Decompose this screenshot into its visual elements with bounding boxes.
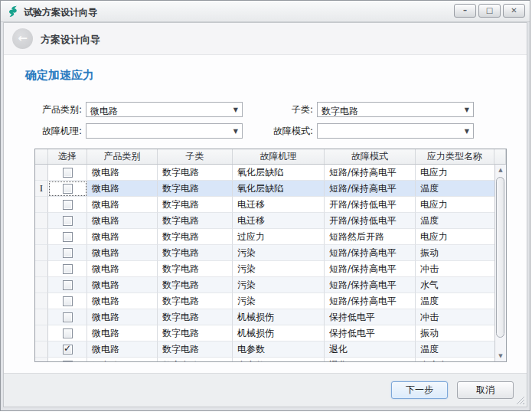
table-row[interactable]: 微电路数字电路电参数退化电应力 <box>35 358 494 362</box>
column-header-select[interactable]: 选择 <box>48 149 87 164</box>
table-cell: 微电路 <box>87 197 158 213</box>
select-cell <box>48 358 87 362</box>
select-cell: ✓ <box>48 341 87 358</box>
table-cell: 数字电路 <box>158 261 233 277</box>
column-header-failure-mode[interactable]: 故障模式 <box>325 149 416 164</box>
screen: 试验方案设计向导 – □ ✕ ← 方案设计向导 确定加速应力 产品类别: 微电路… <box>0 0 532 415</box>
table-row[interactable]: 微电路数字电路机械损伤保持低电平冲击 <box>35 309 494 325</box>
stress-table: 选择 产品类别 子类 故障机理 故障模式 应力类型名称 微电路数字电路氧化层缺陷… <box>34 149 507 362</box>
maximize-button[interactable]: □ <box>478 4 501 18</box>
next-button[interactable]: 下一步 <box>391 381 448 399</box>
table-cell: 氧化层缺陷 <box>233 165 325 181</box>
row-checkbox[interactable] <box>63 312 73 322</box>
table-row[interactable]: 微电路数字电路氧化层缺陷短路/保持高电平电应力 <box>35 165 494 181</box>
select-cell <box>48 229 87 245</box>
table-row[interactable]: 微电路数字电路机械损伤保持低电平振动 <box>35 325 494 341</box>
table-cell: 电迁移 <box>233 213 325 229</box>
table-row[interactable]: 微电路数字电路电迁移开路/保持低电平电应力 <box>35 197 494 213</box>
table-row[interactable]: 微电路数字电路污染短路/保持高电平水气 <box>35 277 494 293</box>
scroll-up-icon[interactable]: ▲ <box>495 165 506 175</box>
row-checkbox[interactable] <box>63 168 73 178</box>
column-header-failure-mechanism[interactable]: 故障机理 <box>233 149 325 164</box>
column-header-product-category[interactable]: 产品类别 <box>87 149 158 164</box>
row-indicator-cell <box>35 293 48 309</box>
row-checkbox-checked[interactable]: ✓ <box>63 345 73 355</box>
table-cell: 温度 <box>416 293 494 309</box>
row-checkbox[interactable] <box>63 361 73 363</box>
table-cell: 数字电路 <box>158 277 233 293</box>
close-button[interactable]: ✕ <box>503 4 525 18</box>
table-row[interactable]: I微电路数字电路氧化层缺陷短路/保持高电平温度 <box>35 181 494 197</box>
table-row[interactable]: 微电路数字电路污染短路/保持高电平冲击 <box>35 261 494 277</box>
table-cell: 保持低电平 <box>325 309 416 325</box>
window-controls: – □ ✕ <box>454 4 525 18</box>
table-cell: 微电路 <box>87 261 158 277</box>
table-body: 微电路数字电路氧化层缺陷短路/保持高电平电应力I微电路数字电路氧化层缺陷短路/保… <box>35 165 494 362</box>
failure-mechanism-select[interactable]: ▼ <box>86 123 243 139</box>
app-logo-icon <box>7 5 19 18</box>
table-cell: 过应力 <box>233 229 325 245</box>
table-row[interactable]: 微电路数字电路污染短路/保持高电平温度 <box>35 293 494 309</box>
cancel-button[interactable]: 取消 <box>457 381 514 399</box>
product-category-select[interactable]: 微电路 ▼ <box>86 102 243 117</box>
resize-grip[interactable] <box>515 395 524 404</box>
row-checkbox[interactable] <box>63 216 73 226</box>
table-cell: 数字电路 <box>158 341 233 358</box>
select-cell <box>48 197 87 213</box>
table-cell: 开路/保持低电平 <box>325 213 416 229</box>
table-row[interactable]: 微电路数字电路电迁移开路/保持低电平温度 <box>35 213 494 229</box>
table-cell: 温度 <box>416 213 494 229</box>
window-title: 试验方案设计向导 <box>24 6 97 19</box>
row-checkbox[interactable] <box>63 248 73 258</box>
table-cell: 温度 <box>416 341 494 358</box>
table-cell: 数字电路 <box>158 325 233 341</box>
scrollbar-thumb[interactable] <box>496 177 504 338</box>
row-indicator-cell <box>35 261 48 277</box>
row-checkbox[interactable] <box>63 264 73 274</box>
titlebar: 试验方案设计向导 – □ ✕ <box>1 1 530 22</box>
row-checkbox[interactable] <box>63 184 73 194</box>
chevron-down-icon: ▼ <box>465 107 469 113</box>
minimize-button[interactable]: – <box>454 4 476 18</box>
row-checkbox[interactable] <box>63 328 73 338</box>
row-checkbox[interactable] <box>63 232 73 242</box>
failure-mode-select[interactable]: ▼ <box>317 123 474 139</box>
table-cell: 数字电路 <box>158 229 233 245</box>
column-header-stress-type[interactable]: 应力类型名称 <box>416 149 494 164</box>
table-cell: 短路/保持高电平 <box>325 277 416 293</box>
table-row[interactable]: 微电路数字电路污染短路/保持高电平振动 <box>35 245 494 261</box>
table-cell: 温度 <box>416 181 494 197</box>
table-row[interactable]: 微电路数字电路过应力短路然后开路电应力 <box>35 229 494 245</box>
product-category-value: 微电路 <box>90 105 118 118</box>
row-checkbox[interactable] <box>63 296 73 306</box>
table-cell: 短路/保持高电平 <box>325 245 416 261</box>
row-indicator-cell <box>35 165 48 181</box>
table-cell: 污染 <box>233 261 325 277</box>
failure-mechanism-label: 故障机理: <box>4 123 82 139</box>
wizard-title: 方案设计向导 <box>41 33 100 47</box>
row-indicator-cell <box>35 358 48 362</box>
table-cell: 数字电路 <box>158 197 233 213</box>
table-cell: 退化 <box>325 341 416 358</box>
column-header-subclass[interactable]: 子类 <box>158 149 233 164</box>
back-button[interactable]: ← <box>12 28 33 49</box>
row-checkbox[interactable] <box>63 280 73 290</box>
subclass-select[interactable]: 数字电路 ▼ <box>317 102 474 117</box>
failure-mode-label: 故障模式: <box>233 123 313 139</box>
table-row[interactable]: ✓微电路数字电路电参数退化温度 <box>35 341 494 358</box>
table-cell: 保持低电平 <box>325 325 416 341</box>
table-cell: 微电路 <box>87 325 158 341</box>
row-checkbox[interactable] <box>63 200 73 210</box>
table-cell: 污染 <box>233 293 325 309</box>
table-cell: 短路/保持高电平 <box>325 293 416 309</box>
select-cell <box>48 245 87 261</box>
table-cell: 污染 <box>233 245 325 261</box>
table-cell: 微电路 <box>87 277 158 293</box>
table-cell: 退化 <box>325 358 416 362</box>
row-indicator-cell <box>35 325 48 341</box>
scroll-down-icon[interactable]: ▼ <box>495 351 506 361</box>
vertical-scrollbar[interactable]: ▲ ▼ <box>494 165 506 361</box>
select-cell <box>48 261 87 277</box>
table-cell: 短路然后开路 <box>325 229 416 245</box>
table-cell: 电应力 <box>416 358 494 362</box>
